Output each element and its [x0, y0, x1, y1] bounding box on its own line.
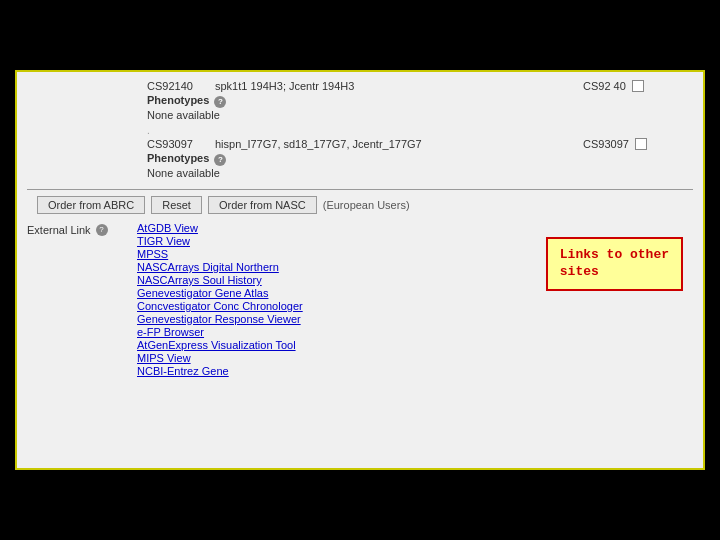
order-abrc-button[interactable]: Order from ABRC	[37, 196, 145, 214]
stock-section-1: CS92140 spk1t1 194H3; Jcentr 194H3 CS92 …	[27, 80, 693, 138]
stock-desc-2: hispn_I77G7, sd18_177G7, Jcentr_177G7	[215, 138, 575, 150]
tooltip-line1: Links to other	[560, 247, 669, 262]
phenotype-text-2: Phenotypes	[147, 152, 209, 164]
stock-row-1: CS92140 spk1t1 194H3; Jcentr 194H3 CS92 …	[147, 80, 693, 92]
link-atgenexpress[interactable]: AtGenExpress Visualization Tool	[137, 339, 693, 351]
phenotype-label-2: Phenotypes ?	[147, 152, 693, 166]
link-atgdb[interactable]: AtGDB View	[137, 222, 693, 234]
phenotype-text-1: Phenotypes	[147, 94, 209, 106]
stock-desc-1: spk1t1 194H3; Jcentr 194H3	[215, 80, 575, 92]
order-nasc-button[interactable]: Order from NASC	[208, 196, 317, 214]
stock-code-2: CS93097	[583, 138, 629, 150]
stock-right-2: CS93097	[583, 138, 693, 150]
link-efp[interactable]: e-FP Browser	[137, 326, 693, 338]
none-available-1: None available	[147, 109, 693, 121]
external-link-row: External Link ? AtGDB View TIGR View MPS…	[27, 222, 693, 377]
phenotype-label-1: Phenotypes ?	[147, 94, 693, 108]
stock-section-2: CS93097 hispn_I77G7, sd18_177G7, Jcentr_…	[27, 138, 693, 183]
main-panel: CS92140 spk1t1 194H3; Jcentr 194H3 CS92 …	[15, 70, 705, 470]
order-row: Order from ABRC Reset Order from NASC (E…	[27, 196, 693, 214]
content-area: CS92140 spk1t1 194H3; Jcentr 194H3 CS92 …	[27, 80, 693, 377]
stock-row-2: CS93097 hispn_I77G7, sd18_177G7, Jcentr_…	[147, 138, 693, 150]
tooltip-box: Links to other sites	[546, 237, 683, 291]
stock-right-1: CS92 40	[583, 80, 693, 92]
link-concvestigator[interactable]: Concvestigator Conc Chronologer	[137, 300, 693, 312]
phenotype-help-icon-1[interactable]: ?	[214, 96, 226, 108]
stock-id-2: CS93097	[147, 138, 207, 150]
stock-checkbox-2[interactable]	[635, 138, 647, 150]
stock-code-1: CS92 40	[583, 80, 626, 92]
tooltip-line2: sites	[560, 264, 599, 279]
links-list: AtGDB View TIGR View MPSS NASCArrays Dig…	[137, 222, 693, 377]
reset-button[interactable]: Reset	[151, 196, 202, 214]
external-link-text: External Link	[27, 224, 91, 236]
phenotype-help-icon-2[interactable]: ?	[214, 154, 226, 166]
dot-1: .	[147, 125, 693, 136]
none-available-2: None available	[147, 167, 693, 179]
link-mips[interactable]: MIPS View	[137, 352, 693, 364]
divider	[27, 189, 693, 190]
stock-checkbox-1[interactable]	[632, 80, 644, 92]
external-link-label: External Link ?	[27, 222, 137, 377]
stock-id-1: CS92140	[147, 80, 207, 92]
order-note: (European Users)	[323, 199, 410, 211]
link-genevestigator-response[interactable]: Genevestigator Response Viewer	[137, 313, 693, 325]
external-link-help-icon[interactable]: ?	[96, 224, 108, 236]
link-ncbi[interactable]: NCBI-Entrez Gene	[137, 365, 693, 377]
